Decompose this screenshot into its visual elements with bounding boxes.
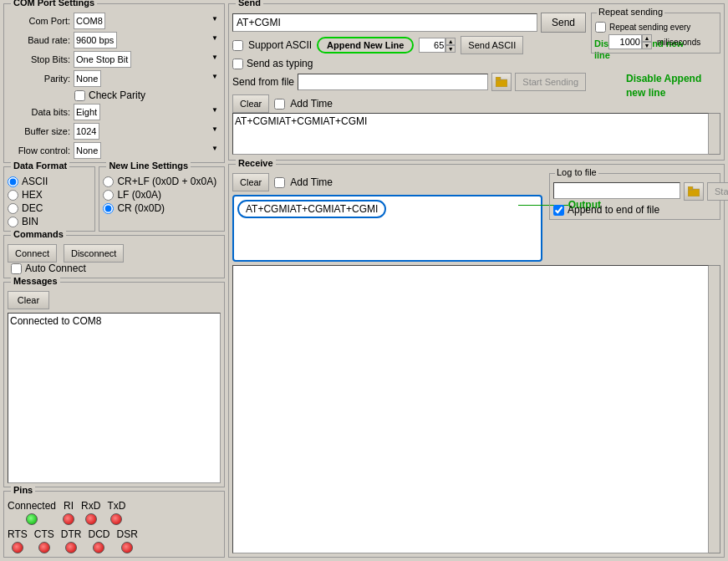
add-time-receive-label: Add Time: [290, 176, 333, 188]
repeat-sending-panel: Repeat sending Repeat sending every: [591, 13, 720, 54]
auto-connect-checkbox[interactable]: [11, 263, 22, 274]
pins-panel: Pins Connected RI RxD: [3, 491, 225, 558]
receive-clear-button[interactable]: Clear: [232, 173, 269, 191]
support-ascii-checkbox[interactable]: [232, 40, 243, 51]
repeat-sending-title: Repeat sending: [597, 7, 664, 17]
bin-radio[interactable]: [8, 217, 18, 227]
dcd-led: [93, 542, 104, 553]
support-ascii-label: Support ASCII: [248, 39, 312, 51]
append-new-line-button[interactable]: Append New Line: [317, 37, 414, 54]
txd-led: [110, 513, 122, 525]
pins-title: Pins: [11, 485, 35, 495]
rts-led: [12, 542, 23, 553]
crlf-radio[interactable]: [103, 176, 114, 187]
log-to-file-title: Log to file: [555, 167, 598, 177]
repeat-value-up[interactable]: ▲: [642, 34, 652, 42]
ascii-label: ASCII: [22, 176, 48, 187]
commands-title: Commands: [11, 229, 66, 239]
parity-select[interactable]: None: [74, 70, 101, 87]
start-logging-button[interactable]: Start Logging: [707, 182, 728, 201]
send-ascii-button[interactable]: Send ASCII: [461, 36, 523, 54]
crlf-label: CR+LF (0x0D + 0x0A): [117, 176, 216, 187]
send-clear-button[interactable]: Clear: [232, 94, 269, 113]
send-file-input[interactable]: [298, 74, 488, 90]
flow-control-select[interactable]: None: [74, 142, 101, 159]
commands-panel: Commands Connect Disconnect Auto Connect: [3, 235, 225, 278]
connect-button[interactable]: Connect: [8, 244, 57, 263]
data-format-panel: Data Format ASCII HEX DEC: [3, 166, 95, 232]
com-port-label: Com Port:: [8, 16, 70, 26]
parity-label: Parity:: [8, 74, 70, 84]
messages-clear-button[interactable]: Clear: [8, 291, 49, 309]
data-bits-label: Data bits:: [8, 107, 70, 117]
baud-rate-select[interactable]: 9600 bps: [74, 32, 117, 48]
dtr-led: [65, 542, 77, 553]
log-file-input[interactable]: [553, 182, 680, 199]
start-sending-button[interactable]: Start Sending: [515, 73, 586, 91]
send-from-file-label: Send from file: [232, 76, 294, 88]
buffer-size-select[interactable]: 1024: [74, 123, 99, 140]
com-port-title: COM Port Settings: [11, 0, 97, 8]
lf-radio[interactable]: [103, 190, 114, 201]
disconnect-button[interactable]: Disconnect: [64, 244, 124, 263]
send-file-browse-button[interactable]: [491, 73, 512, 91]
data-bits-select[interactable]: Eight: [74, 104, 100, 120]
repeat-sending-checkbox[interactable]: [595, 22, 606, 33]
send-button[interactable]: Send: [541, 13, 586, 33]
add-time-send-checkbox[interactable]: [274, 99, 285, 110]
log-folder-icon: [688, 186, 700, 196]
messages-title: Messages: [11, 276, 60, 286]
dcd-pin-label: DCD: [88, 528, 109, 540]
dsr-pin-label: DSR: [116, 528, 137, 540]
stop-bits-select[interactable]: One Stop Bit: [74, 51, 131, 68]
send-as-typing-checkbox[interactable]: [232, 59, 243, 69]
receive-scrollbar[interactable]: [709, 265, 720, 553]
dec-label: DEC: [22, 202, 43, 214]
ascii-radio[interactable]: [8, 176, 18, 187]
stop-bits-label: Stop Bits:: [8, 54, 70, 64]
char-count-down[interactable]: ▼: [445, 45, 456, 53]
messages-panel: Messages Clear Connected to COM8: [3, 282, 225, 487]
newline-panel: New Line Settings CR+LF (0x0D + 0x0A) LF…: [99, 166, 225, 232]
send-input[interactable]: [232, 13, 537, 32]
svg-rect-1: [496, 77, 501, 80]
repeat-value-down[interactable]: ▼: [642, 42, 652, 49]
repeat-value-input[interactable]: [608, 34, 642, 49]
ri-pin-label: RI: [64, 500, 74, 512]
lf-label: LF (0x0A): [117, 189, 161, 201]
send-scrollbar[interactable]: [709, 113, 720, 155]
char-count-input[interactable]: [419, 38, 445, 53]
svg-rect-3: [688, 186, 693, 190]
folder-icon: [496, 77, 507, 87]
disable-append-annotation: Disable Append new line: [626, 72, 718, 100]
bin-label: BIN: [22, 216, 38, 227]
hex-radio[interactable]: [8, 190, 18, 201]
auto-connect-label: Auto Connect: [25, 263, 86, 274]
receive-main-area: [232, 265, 709, 553]
log-file-browse-button[interactable]: [684, 182, 704, 201]
receive-title: Receive: [236, 158, 276, 168]
flow-control-label: Flow control:: [8, 145, 70, 156]
receive-content-area: AT+CGMIAT+CGMIAT+CGMI: [232, 195, 542, 262]
connected-pin-label: Connected: [8, 500, 56, 512]
baud-rate-label: Baud rate:: [8, 35, 70, 45]
cts-pin-label: CTS: [34, 528, 54, 540]
send-as-typing-label: Send as typing: [247, 58, 313, 69]
ri-led: [63, 513, 74, 525]
messages-area: Connected to COM8: [8, 313, 221, 483]
cr-radio[interactable]: [103, 203, 114, 214]
com-port-panel: COM Port Settings Com Port: COM8 Baud ra…: [3, 3, 225, 163]
svg-rect-2: [688, 189, 700, 196]
repeat-sending-label: Repeat sending every: [609, 23, 690, 32]
rxd-pin-label: RxD: [81, 500, 100, 512]
check-parity-checkbox[interactable]: [74, 90, 85, 101]
add-time-receive-checkbox[interactable]: [274, 177, 285, 188]
char-count-up[interactable]: ▲: [445, 38, 456, 45]
com-port-select[interactable]: COM8: [74, 13, 105, 29]
cr-label: CR (0x0D): [117, 202, 165, 214]
append-to-file-checkbox[interactable]: [553, 205, 564, 216]
messages-content: Connected to COM8: [10, 315, 101, 327]
dec-radio[interactable]: [8, 203, 18, 214]
add-time-send-label: Add Time: [290, 98, 333, 110]
ms-label: miliseconds: [657, 38, 700, 47]
